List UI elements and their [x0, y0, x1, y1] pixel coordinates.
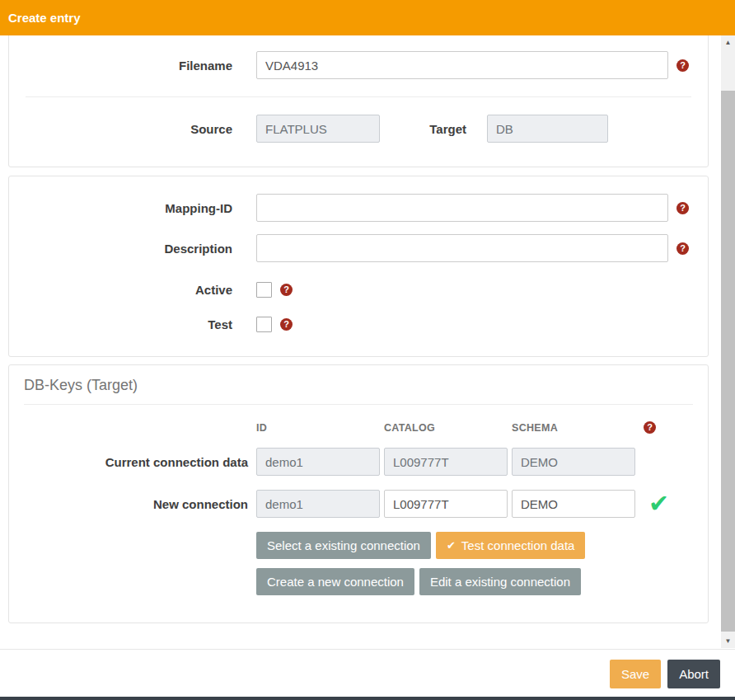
- current-schema-input: [512, 448, 635, 476]
- mapping-id-input[interactable]: [256, 194, 668, 222]
- db-keys-help-icon[interactable]: ?: [644, 421, 656, 434]
- test-connection-button[interactable]: ✔ Test connection data: [436, 532, 586, 559]
- new-catalog-input[interactable]: [384, 490, 508, 518]
- new-connection-row: New connection ✔: [9, 490, 708, 518]
- source-input: [256, 115, 380, 143]
- mapping-id-row: Mapping-ID ?: [9, 194, 708, 222]
- abort-button[interactable]: Abort: [667, 660, 720, 688]
- edit-existing-connection-label: Edit a existing connection: [430, 575, 570, 589]
- filename-help-icon[interactable]: ?: [676, 59, 689, 72]
- edit-existing-connection-button[interactable]: Edit a existing connection: [419, 568, 581, 595]
- test-checkbox[interactable]: [256, 317, 272, 332]
- target-label: Target: [380, 122, 466, 136]
- description-input[interactable]: [256, 234, 668, 262]
- vertical-scrollbar[interactable]: ▲ ▼: [721, 35, 735, 648]
- column-header-catalog: CATALOG: [384, 422, 512, 434]
- scroll-down-arrow-icon[interactable]: ▼: [721, 634, 735, 648]
- source-label: Source: [9, 122, 232, 136]
- connection-valid-check-icon: ✔: [648, 491, 669, 516]
- test-label: Test: [9, 317, 232, 331]
- test-help-icon[interactable]: ?: [280, 318, 293, 331]
- column-header-schema: SCHEMA: [512, 422, 635, 434]
- column-header-id: ID: [256, 422, 384, 434]
- create-new-connection-label: Create a new connection: [267, 575, 404, 589]
- test-row: Test ?: [9, 317, 708, 332]
- mapping-panel: Mapping-ID ? Description ? Active ? Test…: [8, 176, 709, 357]
- new-connection-label: New connection: [9, 497, 248, 511]
- description-label: Description: [9, 242, 232, 256]
- active-label: Active: [9, 283, 232, 297]
- select-existing-connection-button[interactable]: Select a existing connection: [256, 532, 431, 559]
- new-schema-input[interactable]: [512, 490, 635, 518]
- dialog-titlebar: Create entry: [0, 0, 735, 35]
- db-keys-divider: [24, 404, 693, 405]
- bottom-bar: [0, 697, 735, 700]
- filename-row: Filename ?: [9, 51, 708, 79]
- dialog-title: Create entry: [8, 11, 81, 25]
- db-keys-column-headers: ID CATALOG SCHEMA ?: [256, 421, 708, 434]
- mapping-id-help-icon[interactable]: ?: [676, 202, 689, 214]
- dialog-body: Filename ? Source Target Mapping-ID ? De…: [0, 35, 721, 648]
- filename-input[interactable]: [256, 51, 668, 79]
- test-connection-label: Test connection data: [461, 538, 575, 552]
- select-existing-connection-label: Select a existing connection: [267, 538, 420, 552]
- active-row: Active ?: [9, 282, 708, 298]
- scroll-up-arrow-icon[interactable]: ▲: [721, 35, 735, 49]
- description-row: Description ?: [9, 234, 708, 262]
- save-button[interactable]: Save: [610, 660, 661, 688]
- description-help-icon[interactable]: ?: [676, 242, 689, 255]
- target-input: [487, 115, 608, 143]
- source-target-row: Source Target: [9, 115, 708, 143]
- current-catalog-input: [384, 448, 508, 476]
- active-help-icon[interactable]: ?: [280, 284, 293, 296]
- create-entry-dialog: Create entry Filename ? Source Target Ma…: [0, 0, 735, 700]
- connection-buttons: Select a existing connection ✔ Test conn…: [256, 532, 708, 595]
- dialog-footer: Save Abort: [0, 649, 735, 697]
- check-icon: ✔: [447, 539, 456, 552]
- new-id-input: [256, 490, 380, 518]
- current-connection-label: Current connection data: [9, 455, 248, 469]
- mapping-id-label: Mapping-ID: [9, 201, 232, 215]
- create-new-connection-button[interactable]: Create a new connection: [256, 568, 414, 595]
- current-connection-row: Current connection data: [9, 448, 708, 476]
- scrollbar-thumb[interactable]: [721, 91, 735, 632]
- active-checkbox[interactable]: [256, 282, 272, 298]
- db-keys-title: DB-Keys (Target): [24, 377, 708, 394]
- file-info-panel: Filename ? Source Target: [8, 35, 709, 167]
- panel-divider: [26, 96, 691, 97]
- current-id-input: [256, 448, 380, 476]
- db-keys-panel: DB-Keys (Target) ID CATALOG SCHEMA ? Cur…: [8, 364, 709, 623]
- filename-label: Filename: [9, 59, 232, 73]
